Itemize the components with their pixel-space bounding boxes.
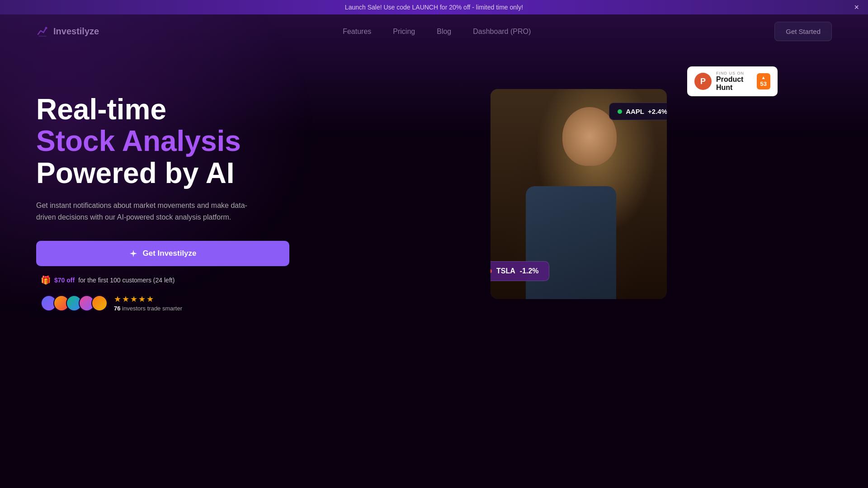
product-hunt-badge[interactable]: P FIND US ON Product Hunt ▲ 53 xyxy=(687,66,778,96)
ph-count-number: 53 xyxy=(760,80,767,88)
tsla-status-dot xyxy=(491,269,492,273)
nav-blog[interactable]: Blog xyxy=(437,28,451,35)
ph-arrow: ▲ xyxy=(761,75,766,80)
hero-title-line2: Stock Analysis xyxy=(36,125,289,157)
nav-dashboard[interactable]: Dashboard (PRO) xyxy=(473,28,531,35)
navigation: Investilyze Features Pricing Blog Dashbo… xyxy=(0,14,868,48)
logo-icon xyxy=(36,25,49,38)
announcement-bar: Launch Sale! Use code LAUNCH for 20% off… xyxy=(0,0,868,14)
aapl-status-dot xyxy=(618,109,622,114)
announcement-close-button[interactable]: × xyxy=(854,3,859,12)
hero-title-line3: Powered by AI xyxy=(36,157,289,189)
star-rating: ★★★★★ xyxy=(114,294,182,304)
person-body xyxy=(526,186,616,299)
hero-cta-button[interactable]: Get Investilyze xyxy=(36,241,289,266)
ph-text: FIND US ON Product Hunt xyxy=(716,71,752,92)
offer-amount: $70 off xyxy=(54,277,75,284)
aapl-badge: AAPL +2.4% xyxy=(609,103,667,120)
avatars xyxy=(41,295,108,311)
stars-text: ★★★★★ 76 investors trade smarter xyxy=(114,294,182,312)
ph-logo: P xyxy=(694,73,712,90)
investors-text: 76 investors trade smarter xyxy=(114,305,182,312)
tsla-ticker: TSLA xyxy=(496,267,515,275)
ph-name: Product Hunt xyxy=(716,75,752,92)
hero-cta-label: Get Investilyze xyxy=(142,249,196,258)
ph-vote-count: ▲ 53 xyxy=(757,73,770,89)
ph-find-label: FIND US ON xyxy=(716,71,752,75)
investor-count: 76 xyxy=(114,305,120,312)
logo-text: Investilyze xyxy=(53,26,99,37)
nav-get-started-button[interactable]: Get Started xyxy=(774,22,832,41)
person-head xyxy=(562,107,617,166)
announcement-text: Launch Sale! Use code LAUNCH for 20% off… xyxy=(345,4,523,11)
nav-features[interactable]: Features xyxy=(343,28,371,35)
hero-title: Real-time Stock Analysis Powered by AI xyxy=(36,94,289,189)
nav-pricing[interactable]: Pricing xyxy=(393,28,415,35)
hero-title-line1: Real-time xyxy=(36,94,289,125)
hero-subtitle: Get instant notifications about market m… xyxy=(36,200,253,223)
gift-icon: 🎁 xyxy=(41,275,51,285)
tsla-badge: TSLA -1.2% xyxy=(491,261,549,281)
aapl-change: +2.4% xyxy=(648,108,667,115)
offer-row: 🎁 $70 off for the first 100 customers (2… xyxy=(36,275,289,285)
main-content: Real-time Stock Analysis Powered by AI G… xyxy=(0,48,868,312)
tsla-change: -1.2% xyxy=(520,267,539,275)
avatar-5 xyxy=(91,295,108,311)
offer-text: for the first 100 customers (24 left) xyxy=(78,277,175,284)
social-proof: ★★★★★ 76 investors trade smarter xyxy=(36,294,289,312)
hero-right: P FIND US ON Product Hunt ▲ 53 AAPL xyxy=(326,66,832,299)
nav-links: Features Pricing Blog Dashboard (PRO) xyxy=(343,28,531,36)
hero-left: Real-time Stock Analysis Powered by AI G… xyxy=(36,66,289,312)
aapl-ticker: AAPL xyxy=(626,108,644,115)
hero-image: AAPL +2.4% TSLA -1.2% xyxy=(491,89,667,299)
svg-point-0 xyxy=(45,27,47,29)
logo[interactable]: Investilyze xyxy=(36,25,99,38)
sparkle-icon xyxy=(129,249,138,258)
